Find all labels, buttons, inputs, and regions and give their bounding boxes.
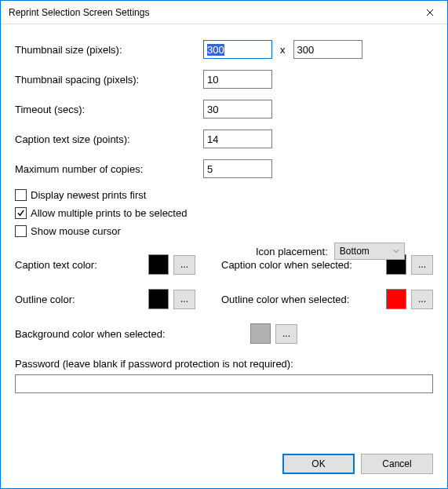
caption-text-color-label: Caption text color:	[15, 259, 148, 271]
caption-text-color-cell: Caption text color: ...	[15, 254, 221, 275]
thumbnail-spacing-row: Thumbnail spacing (pixels):	[15, 70, 433, 89]
thumbnail-size-row: Thumbnail size (pixels): x	[15, 40, 433, 59]
allow-multiple-checkbox[interactable]	[15, 207, 27, 219]
thumbnail-height-input[interactable]	[293, 40, 362, 59]
window-title: Reprint Selection Screen Settings	[9, 7, 149, 18]
thumbnail-width-input[interactable]	[203, 40, 272, 59]
bg-selected-color-label: Background color when selected:	[15, 328, 250, 340]
caption-size-row: Caption text size (points):	[15, 130, 433, 148]
allow-multiple-label: Allow multiple prints to be selected	[31, 207, 187, 219]
newest-first-row: Display newest prints first	[15, 189, 433, 201]
checkbox-group: Display newest prints first Allow multip…	[15, 189, 433, 237]
icon-placement-row: Icon placement: Bottom	[256, 243, 405, 260]
cancel-button[interactable]: Cancel	[361, 454, 433, 474]
password-section: Password (leave blank if password protec…	[15, 358, 433, 393]
caption-text-color-swatch	[148, 254, 169, 275]
max-copies-label: Maximum number of copies:	[15, 163, 203, 175]
allow-multiple-row: Allow multiple prints to be selected	[15, 207, 433, 219]
caption-text-color-pick-button[interactable]: ...	[173, 255, 195, 275]
dialog-content: Thumbnail size (pixels): x Thumbnail spa…	[1, 24, 447, 454]
outline-selected-color-cell: Outline color when selected: ...	[221, 289, 433, 309]
dialog-window: Reprint Selection Screen Settings Thumbn…	[0, 0, 448, 489]
timeout-label: Timeout (secs):	[15, 104, 203, 115]
bg-selected-color-swatch	[250, 323, 271, 344]
thumbnail-size-label: Thumbnail size (pixels):	[15, 44, 203, 56]
show-cursor-row: Show mouse cursor	[15, 225, 433, 237]
caption-size-input[interactable]	[203, 130, 272, 148]
show-cursor-label: Show mouse cursor	[31, 225, 121, 237]
chevron-down-icon	[393, 248, 399, 254]
caption-size-label: Caption text size (points):	[15, 133, 203, 145]
icon-placement-label: Icon placement:	[256, 246, 328, 257]
colors-section: Caption text color: ... Caption color wh…	[15, 254, 433, 344]
dimension-separator: x	[280, 44, 286, 56]
outline-color-label: Outline color:	[15, 294, 148, 305]
titlebar: Reprint Selection Screen Settings	[1, 1, 447, 24]
outline-color-row: Outline color: ... Outline color when se…	[15, 289, 433, 309]
thumbnail-spacing-input[interactable]	[203, 70, 272, 89]
newest-first-label: Display newest prints first	[31, 189, 146, 201]
bg-selected-color-row: Background color when selected: ...	[15, 323, 433, 344]
max-copies-input[interactable]	[203, 159, 272, 178]
outline-selected-color-pick-button[interactable]: ...	[411, 290, 433, 309]
caption-selected-color-pick-button[interactable]: ...	[411, 255, 433, 275]
outline-selected-color-swatch	[386, 289, 406, 309]
timeout-input[interactable]	[203, 100, 272, 119]
timeout-row: Timeout (secs):	[15, 100, 433, 119]
thumbnail-spacing-label: Thumbnail spacing (pixels):	[15, 74, 203, 86]
dialog-buttons: OK Cancel	[1, 454, 447, 488]
icon-placement-dropdown[interactable]: Bottom	[334, 243, 405, 260]
password-label: Password (leave blank if password protec…	[15, 358, 433, 370]
close-icon	[426, 9, 434, 16]
checkmark-icon	[16, 209, 25, 217]
ok-button[interactable]: OK	[282, 454, 355, 474]
close-button[interactable]	[412, 1, 447, 24]
outline-color-cell: Outline color: ...	[15, 289, 221, 309]
outline-selected-color-label: Outline color when selected:	[221, 294, 386, 305]
password-input[interactable]	[15, 374, 433, 393]
outline-color-swatch	[148, 289, 169, 309]
bg-selected-color-pick-button[interactable]: ...	[275, 324, 297, 344]
icon-placement-value: Bottom	[340, 246, 370, 257]
newest-first-checkbox[interactable]	[15, 189, 27, 201]
show-cursor-checkbox[interactable]	[15, 225, 27, 237]
max-copies-row: Maximum number of copies:	[15, 159, 433, 178]
outline-color-pick-button[interactable]: ...	[173, 290, 195, 309]
caption-selected-color-label: Caption color when selected:	[221, 259, 386, 271]
